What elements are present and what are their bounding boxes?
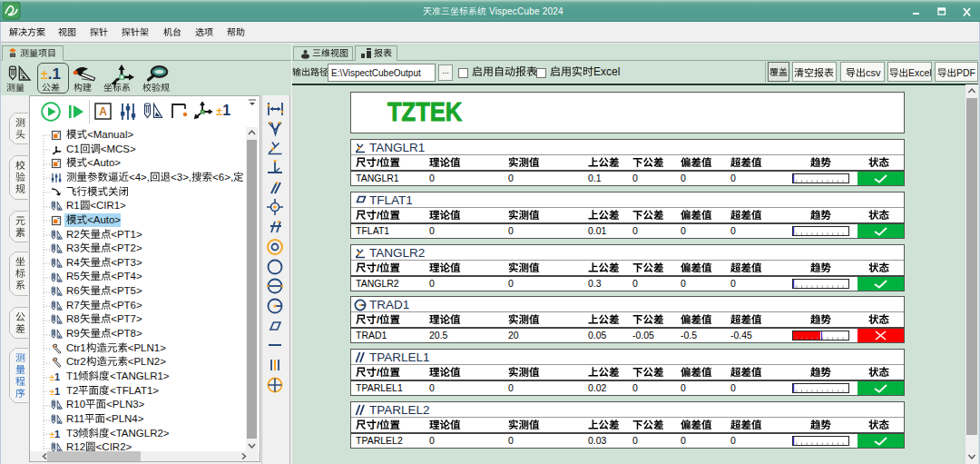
svg-text:A: A <box>99 105 107 118</box>
